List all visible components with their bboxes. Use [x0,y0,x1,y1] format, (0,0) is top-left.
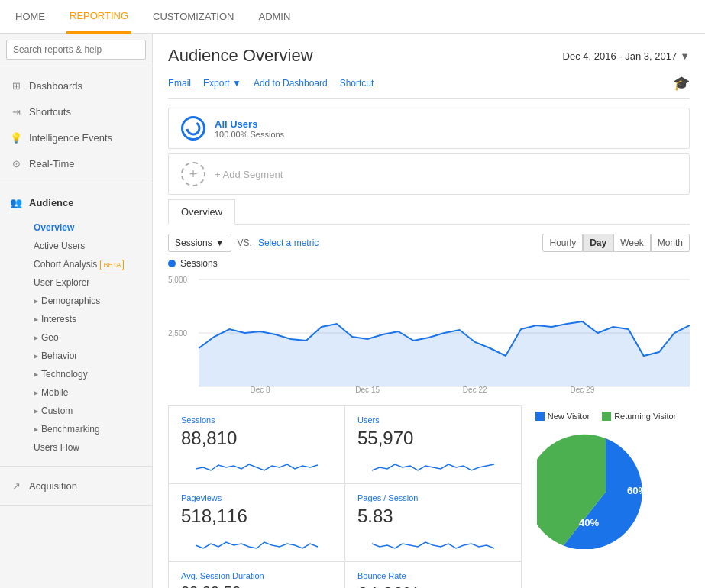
chart-container: 5,000 2,500 Dec 8 Dec 15 Dec 22 Dec 29 [168,272,690,396]
stat-pages-per-session-label[interactable]: Pages / Session [357,493,509,502]
stat-users-chart [357,454,509,477]
dropdown-arrow-icon: ▼ [215,237,225,248]
sidebar-sub-custom[interactable]: Custom [24,402,152,420]
lightbulb-icon: 💡 [9,131,23,144]
sidebar-sub-technology[interactable]: Technology [24,365,152,383]
nav-reporting[interactable]: REPORTING [66,0,131,34]
stats-grid: Sessions 88,810 Users 55,970 [168,405,522,588]
sidebar-item-acquisition[interactable]: ↗ Acquisition [0,473,152,499]
add-to-dashboard-button[interactable]: Add to Dashboard [254,78,328,89]
sidebar-sub-mobile[interactable]: Mobile [24,383,152,402]
tab-overview[interactable]: Overview [168,199,235,225]
add-segment-button[interactable]: + + Add Segment [168,153,690,195]
top-nav: HOME REPORTING CUSTOMIZATION ADMIN [0,0,705,34]
stat-pages-per-session: Pages / Session 5.83 [345,483,522,561]
sessions-legend: Sessions [168,258,690,269]
sidebar-sub-overview[interactable]: Overview [24,218,152,237]
export-button[interactable]: Export ▼ [203,78,241,89]
beta-badge: BETA [100,260,124,270]
svg-text:5,000: 5,000 [168,276,188,284]
returning-visitor-color [602,412,611,421]
pie-legend: New Visitor Returning Visitor [535,412,677,421]
svg-text:Dec 8: Dec 8 [250,386,270,394]
sidebar-sub-geo[interactable]: Geo [24,328,152,347]
time-btn-week[interactable]: Week [613,234,650,252]
stat-users-value: 55,970 [357,428,509,449]
chart-controls: Sessions ▼ VS. Select a metric Hourly Da… [168,234,690,252]
stat-bounce-rate: Bounce Rate 24.39% [345,561,522,588]
segment-pct: 100.00% Sessions [215,130,284,139]
sidebar: ⊞ Dashboards ⇥ Shortcuts 💡 Intelligence … [0,34,153,588]
segment-name: All Users [215,118,284,130]
time-btn-month[interactable]: Month [651,234,690,252]
segment-circle-icon [181,116,205,141]
sidebar-sub-interests[interactable]: Interests [24,310,152,328]
svg-text:2,500: 2,500 [168,329,188,338]
chevron-down-icon: ▼ [232,78,241,89]
stat-pages-per-session-value: 5.83 [357,506,509,527]
stat-pages-per-session-chart [357,531,509,554]
sidebar-sub-benchmarking[interactable]: Benchmarking [24,420,152,438]
shortcut-button[interactable]: Shortcut [340,78,374,89]
time-btn-hourly[interactable]: Hourly [542,234,583,252]
stat-avg-session-label[interactable]: Avg. Session Duration [181,571,332,580]
sessions-chart: 5,000 2,500 Dec 8 Dec 15 Dec 22 Dec 29 [168,272,690,394]
svg-text:40%: 40% [579,517,599,528]
select-metric-link[interactable]: Select a metric [258,237,319,248]
stat-avg-session-value: 00:09:56 [181,583,332,588]
page-title: Audience Overview [168,46,313,66]
stat-pageviews: Pageviews 518,116 [168,483,345,561]
date-range-picker[interactable]: Dec 4, 2016 - Jan 3, 2017 ▼ [563,50,690,62]
stat-sessions-value: 88,810 [181,428,332,449]
returning-visitor-legend-label: Returning Visitor [614,412,676,421]
sessions-label-text: Sessions [180,258,218,269]
sidebar-sub-users-flow[interactable]: Users Flow [24,438,152,457]
stat-bounce-rate-value: 24.39% [357,583,509,588]
stat-sessions-label[interactable]: Sessions [181,415,332,425]
clock-icon: ⊙ [9,157,23,170]
stat-pageviews-label[interactable]: Pageviews [181,493,332,502]
time-buttons: Hourly Day Week Month [542,234,690,252]
stat-sessions: Sessions 88,810 [168,405,345,483]
pie-area: New Visitor Returning Visitor [522,405,690,588]
stat-users: Users 55,970 [345,405,522,483]
stat-bounce-rate-label[interactable]: Bounce Rate [357,571,509,580]
nav-home[interactable]: HOME [12,0,48,34]
sidebar-sub-user-explorer[interactable]: User Explorer [24,273,152,292]
new-visitor-legend-label: New Visitor [548,412,590,421]
sidebar-item-dashboards[interactable]: ⊞ Dashboards [0,73,152,99]
sidebar-item-audience[interactable]: 👥 Audience [0,189,152,215]
stats-and-pie: Sessions 88,810 Users 55,970 [168,405,690,588]
acquisition-icon: ↗ [9,479,23,493]
nav-admin[interactable]: ADMIN [255,0,293,34]
sidebar-item-intelligence[interactable]: 💡 Intelligence Events [0,124,152,150]
sidebar-sub-behavior[interactable]: Behavior [24,347,152,365]
tab-bar: Overview [168,199,690,225]
svg-text:Dec 29: Dec 29 [570,386,594,394]
sidebar-sub-cohort[interactable]: Cohort AnalysisBETA [24,255,152,273]
sidebar-item-realtime[interactable]: ⊙ Real-Time [0,150,152,176]
sidebar-item-shortcuts[interactable]: ⇥ Shortcuts [0,99,152,124]
audience-icon: 👥 [9,195,23,209]
pie-chart: 60% 40% [537,427,674,549]
nav-customization[interactable]: CUSTOMIZATION [150,0,237,34]
vs-label: VS. [238,237,252,248]
sidebar-sub-active-users[interactable]: Active Users [24,237,152,255]
search-input[interactable] [6,40,146,60]
sidebar-sub-demographics[interactable]: Demographics [24,292,152,310]
stat-avg-session: Avg. Session Duration 00:09:56 [168,561,345,588]
help-icon[interactable]: 🎓 [673,75,690,92]
time-btn-day[interactable]: Day [583,234,613,252]
svg-text:Dec 22: Dec 22 [463,386,487,394]
stat-users-label[interactable]: Users [357,415,509,425]
add-segment-label: + Add Segment [215,169,283,180]
svg-text:Dec 15: Dec 15 [355,386,380,394]
new-visitor-color [535,412,545,421]
grid-icon: ⊞ [9,79,23,92]
metric-dropdown[interactable]: Sessions ▼ [168,234,231,252]
email-button[interactable]: Email [168,78,191,89]
stat-sessions-chart [181,454,332,477]
svg-point-0 [187,122,199,134]
sessions-dot [168,260,176,267]
segment-all-users[interactable]: All Users 100.00% Sessions [168,108,690,149]
